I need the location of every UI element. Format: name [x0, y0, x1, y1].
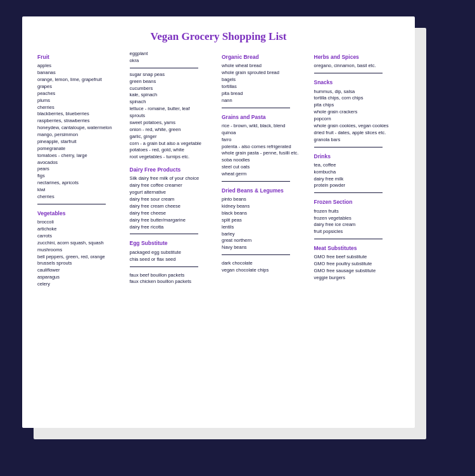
list-item: quinoa [222, 130, 308, 137]
list-item: dairy free ice cream [314, 222, 400, 229]
section-title: Organic Bread [222, 53, 308, 61]
section-divider [222, 108, 290, 108]
list-item: dark chocolate [222, 260, 308, 267]
list-item: nann [222, 97, 308, 104]
list-item: orange, lemon, lime, grapefruit [37, 77, 124, 84]
list-item: popcorn [314, 116, 400, 123]
list-item: Silk dairy free milk of your choice [130, 175, 216, 182]
section-title: Dried Beans & Legumes [222, 187, 308, 194]
list-item: chia seed or flax seed [130, 256, 216, 263]
list-item: nectarines, apricots [37, 180, 124, 187]
list-item: cherries [37, 194, 124, 201]
col-section: Egg Substitutepackaged egg substitutechi… [130, 239, 216, 266]
list-item: GMO free poultry substitute [314, 261, 400, 268]
list-item: whole wheat bread [222, 63, 308, 70]
list-item: garlic, ginger [130, 134, 216, 141]
section-title: Herbs and Spices [314, 53, 400, 61]
list-item: frozen vegetables [314, 215, 400, 222]
col-section: Dried Beans & Legumespinto beanskidney b… [222, 187, 308, 255]
col-section: dark chocolatevegan chocolate chips [222, 260, 308, 274]
columns-layout: Fruitapplesbananasorange, lemon, lime, g… [37, 51, 400, 293]
section-divider [222, 254, 290, 255]
list-item: celery [37, 281, 124, 288]
list-item: brussels sprouts [37, 260, 124, 267]
list-item: farro [222, 137, 308, 144]
list-item: mango, persimmon [37, 132, 124, 139]
col-section: faux beef bouillon packetsfaux chicken b… [130, 272, 216, 286]
list-item: whole grain cookies, vegan cookies [314, 123, 400, 130]
doc-main: Vegan Grocery Shopping List Fruitapplesb… [22, 16, 415, 428]
list-item: kiwi [37, 187, 124, 194]
section-divider [314, 147, 383, 147]
section-title: Egg Substitute [130, 239, 216, 247]
section-title: Meat Substitutes [314, 244, 400, 252]
section-divider [314, 73, 383, 73]
section-divider [37, 204, 106, 204]
col-section: Organic Breadwhole wheat breadwhole grai… [222, 53, 308, 108]
list-item: barley [222, 231, 308, 238]
col-section: Meat SubstitutesGMO free beef substitute… [314, 244, 400, 282]
section-title: Dairy Free Products [130, 166, 216, 173]
section-divider [130, 68, 198, 68]
list-item: grapes [37, 84, 124, 91]
list-item: honeydew, cantaloupe, watermelon [37, 125, 124, 132]
list-item: cherries [37, 104, 124, 111]
section-title: Grains and Pasta [222, 113, 308, 121]
section-title: Fruit [37, 53, 124, 61]
list-item: yogurt alternative [130, 189, 216, 196]
list-item: dairy free butter/margarine [130, 217, 216, 224]
list-item: whole grain sprouted bread [222, 70, 308, 77]
list-item: hummus, dip, salsa [314, 89, 400, 96]
list-item: sugar snap peas [130, 72, 216, 78]
col-section: Herbs and Spicesoregano, cinnamon, basil… [314, 53, 400, 73]
section-divider [130, 266, 198, 267]
section-title: Frozen Section [314, 198, 400, 206]
list-item: blackberries, blueberries [37, 111, 124, 118]
list-item: whole grain pasta - penne, fusilli etc. [222, 150, 308, 157]
section-divider [130, 234, 198, 234]
list-item: bell peppers, green, red, orange [37, 254, 124, 261]
section-divider [222, 181, 290, 182]
list-item: peaches [37, 91, 124, 97]
list-item: kidney beans [222, 203, 308, 210]
column-1: Fruitapplesbananasorange, lemon, lime, g… [37, 51, 124, 293]
list-item: onion - red, white, green [130, 127, 216, 134]
list-item: great northern [222, 237, 308, 244]
list-item: soba noodles [222, 157, 308, 164]
list-item: apples [37, 63, 124, 70]
list-item: kombucha [314, 169, 400, 176]
col-section: Grains and Pastarice - brown, wild, blac… [222, 113, 308, 182]
list-item: pita bread [222, 91, 308, 97]
list-item: plums [37, 97, 124, 104]
col-section: Snackshummus, dip, salsatortilla chips, … [314, 78, 400, 147]
list-item: carrots [37, 233, 124, 240]
list-item: dairy free coffee creamer [130, 182, 216, 189]
list-item: black beans [222, 210, 308, 217]
column-3: Organic Breadwhole wheat breadwhole grai… [222, 51, 308, 293]
list-item: pineapple, starfruit [37, 139, 124, 146]
list-item: granola bars [314, 137, 400, 144]
section-title: Snacks [314, 78, 400, 86]
list-item: raspberries, strawberries [37, 118, 124, 125]
list-item: steel cut oats [222, 164, 308, 171]
list-item: faux beef bouillon packets [130, 272, 216, 279]
list-item: Navy beans [222, 244, 308, 251]
list-item: oregano, cinnamon, basil etc. [314, 63, 400, 70]
list-item: bananas [37, 70, 124, 77]
list-item: veggie burgers [314, 275, 400, 282]
col-section: Drinkstea, coffeekombuchadairy free milk… [314, 153, 400, 194]
list-item: pinto beans [222, 196, 308, 203]
section-divider [314, 239, 383, 239]
list-item: okra [130, 58, 216, 65]
list-item: cauliflower [37, 267, 124, 274]
list-item: spinach [130, 99, 216, 106]
list-item: GMO free beef substitute [314, 254, 400, 261]
list-item: dairy free cheese [130, 210, 216, 217]
list-item: artichoke [37, 226, 124, 233]
list-item: root vegetables - turnips etc. [130, 154, 216, 161]
column-2: eggplantokrasugar snap peasgreen beanscu… [130, 51, 216, 293]
list-item: tea, coffee [314, 162, 400, 169]
list-item: broccoli [37, 219, 124, 226]
list-item: whole grain crackers [314, 109, 400, 116]
list-item: tortilla chips, corn chips [314, 95, 400, 102]
